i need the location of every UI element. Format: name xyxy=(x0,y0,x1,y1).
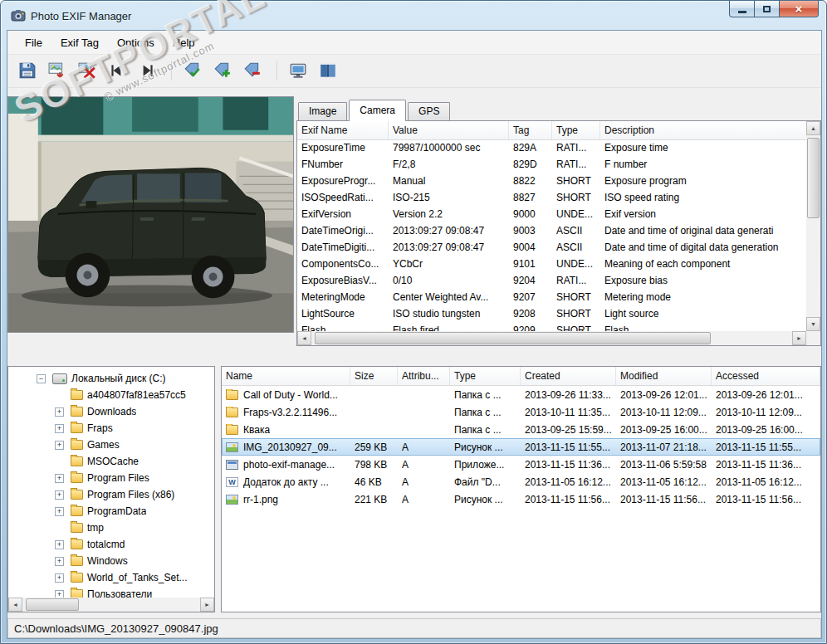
save-image-button[interactable] xyxy=(44,58,71,83)
column-header-size[interactable]: Size xyxy=(350,367,398,385)
file-row[interactable]: photo-exif-manage...798 KBAПриложе...201… xyxy=(222,456,820,473)
next-image-button[interactable] xyxy=(134,58,160,83)
file-row[interactable]: IMG_20130927_09...259 KBAРисунок ...2013… xyxy=(222,438,820,456)
tree-expand-icon[interactable]: + xyxy=(55,557,64,566)
file-name: Call of Duty - World... xyxy=(243,389,338,401)
exif-cell: RATI... xyxy=(552,142,600,154)
tab-gps[interactable]: GPS xyxy=(408,102,450,120)
tree-item[interactable]: +Program Files xyxy=(8,470,214,486)
tree-item[interactable]: +Fraps xyxy=(8,420,214,437)
delete-image-button[interactable] xyxy=(74,58,100,83)
add-tag-icon xyxy=(213,61,232,80)
exif-cell: ExposureBiasV... xyxy=(297,275,389,286)
exif-row[interactable]: ExposureTime79987/1000000 sec829ARATI...… xyxy=(297,139,806,156)
scroll-left-icon[interactable]: ◄ xyxy=(8,598,22,612)
add-tag-button[interactable] xyxy=(209,58,236,83)
tree-item[interactable]: +ProgramData xyxy=(8,503,214,520)
column-header-value[interactable]: Value xyxy=(389,121,509,139)
exif-row[interactable]: DateTimeDigiti...2013:09:27 09:08:479004… xyxy=(297,239,806,256)
file-row[interactable]: КвакаПапка с ...2013-09-25 15:59...2013-… xyxy=(222,421,820,438)
tree-expand-icon[interactable]: + xyxy=(55,507,64,516)
tree-item[interactable]: +World_of_Tanks_Set... xyxy=(8,569,214,586)
column-header-type[interactable]: Type xyxy=(450,367,521,385)
help-button[interactable] xyxy=(315,58,341,83)
file-row[interactable]: Додаток до акту ...46 KBAФайл "D...2013-… xyxy=(222,473,820,490)
maximize-button[interactable] xyxy=(755,1,779,17)
minimize-button[interactable] xyxy=(729,1,755,17)
tree-expand-icon[interactable]: + xyxy=(55,441,64,450)
exif-row[interactable]: ComponentsCo...YCbCr9101UNDE...Meaning o… xyxy=(297,256,806,272)
tab-image[interactable]: Image xyxy=(298,102,347,120)
tree-item[interactable]: +Program Files (x86) xyxy=(8,486,214,503)
close-button[interactable]: × xyxy=(779,1,819,17)
exif-row[interactable]: LightSourceISO studio tungsten9208SHORTL… xyxy=(297,305,806,322)
column-header-accessed[interactable]: Accessed xyxy=(712,367,820,385)
tree-expand-icon[interactable]: + xyxy=(55,407,64,417)
exif-row[interactable]: ExifVersionVersion 2.29000UNDE...Exif ve… xyxy=(297,206,806,222)
tree-expand-icon[interactable]: + xyxy=(55,540,64,549)
tree-expand-icon[interactable]: + xyxy=(55,474,64,483)
save-button[interactable] xyxy=(14,58,41,83)
prev-image-button[interactable] xyxy=(104,58,130,83)
tree-root[interactable]: − Локальный диск (C:) xyxy=(8,370,214,387)
file-cell: 798 KB xyxy=(350,459,398,471)
file-row[interactable]: Call of Duty - World...Папка с ...2013-0… xyxy=(222,386,820,403)
tree-expand-icon[interactable]: + xyxy=(55,573,64,583)
scroll-right-icon[interactable]: ► xyxy=(200,598,214,612)
scrollbar-thumb[interactable] xyxy=(807,138,820,218)
apply-tag-button[interactable] xyxy=(179,58,206,83)
file-row[interactable]: rr-1.png221 KBAРисунок ...2013-11-15 11:… xyxy=(222,490,820,508)
column-header-modified[interactable]: Modified xyxy=(616,367,712,385)
tree-horizontal-scrollbar[interactable]: ◄ ► xyxy=(8,598,214,612)
scrollbar-thumb[interactable] xyxy=(26,598,79,611)
menu-options[interactable]: Options xyxy=(108,33,164,52)
tree-item[interactable]: +Windows xyxy=(8,553,214,569)
column-header-attributes[interactable]: Attribu... xyxy=(398,367,450,385)
column-header-name[interactable]: Name xyxy=(222,367,350,385)
exif-horizontal-scrollbar[interactable]: ◄ ► xyxy=(297,331,806,345)
tree-expand-icon[interactable]: + xyxy=(55,424,64,433)
scroll-down-icon[interactable]: ▼ xyxy=(806,317,820,331)
folder-icon xyxy=(71,390,83,400)
tree-item-label: Program Files (x86) xyxy=(87,489,174,500)
column-header-created[interactable]: Created xyxy=(521,367,616,385)
column-header-tag[interactable]: Tag xyxy=(509,121,552,139)
exif-row[interactable]: ISOSpeedRati...ISO-2158827SHORTISO speed… xyxy=(297,189,806,206)
file-row[interactable]: Fraps-v3.2.2.11496...Папка с ...2013-10-… xyxy=(222,403,820,421)
exif-row[interactable]: ExposureBiasV...0/109204RATI...Exposure … xyxy=(297,272,806,289)
tree-item-label: Windows xyxy=(87,555,128,567)
preview-button[interactable] xyxy=(285,58,311,83)
exif-row[interactable]: MeteringModeCenter Weighted Av...9207SHO… xyxy=(297,289,806,305)
tree-item[interactable]: +Downloads xyxy=(8,403,214,420)
menu-file[interactable]: File xyxy=(16,33,51,52)
exif-cell: ISO speed rating xyxy=(600,192,806,203)
tree-item[interactable]: +totalcmd xyxy=(8,536,214,553)
tree-item[interactable]: tmp xyxy=(8,520,214,536)
menu-exif-tag[interactable]: Exif Tag xyxy=(51,33,108,52)
tree-expand-icon[interactable]: + xyxy=(55,490,64,500)
remove-tag-button[interactable] xyxy=(239,58,266,83)
tab-camera[interactable]: Camera xyxy=(349,100,406,121)
toolbar xyxy=(7,54,821,88)
tree-item[interactable]: MSOCache xyxy=(8,453,214,470)
tree-item[interactable]: +Games xyxy=(8,437,214,453)
title-bar[interactable]: Photo EXIF Manager × xyxy=(1,1,826,31)
exif-row[interactable]: DateTimeOrigi...2013:09:27 09:08:479003A… xyxy=(297,222,806,239)
tree-item-label: Games xyxy=(87,439,120,451)
menu-help[interactable]: Help xyxy=(164,33,204,52)
scroll-right-icon[interactable]: ► xyxy=(792,331,806,345)
column-header-description[interactable]: Description xyxy=(600,121,820,139)
tree-item[interactable]: a404807faf81ea57cc5 xyxy=(8,387,214,403)
scroll-left-icon[interactable]: ◄ xyxy=(297,331,311,345)
exif-row[interactable]: ExposureProgr...Manual8822SHORTExposure … xyxy=(297,173,806,189)
scrollbar-track[interactable] xyxy=(311,331,792,345)
tree-collapse-icon[interactable]: − xyxy=(37,374,46,383)
column-header-type[interactable]: Type xyxy=(552,121,600,139)
scrollbar-thumb[interactable] xyxy=(315,332,711,344)
column-header-exif-name[interactable]: Exif Name xyxy=(297,121,389,139)
scroll-up-icon[interactable]: ▲ xyxy=(806,121,820,135)
exif-vertical-scrollbar[interactable]: ▲ ▼ xyxy=(806,121,820,331)
scrollbar-track[interactable] xyxy=(806,135,820,317)
exif-row[interactable]: FNumberF/2,8829DRATI...F number xyxy=(297,156,806,173)
scrollbar-track[interactable] xyxy=(22,598,200,612)
